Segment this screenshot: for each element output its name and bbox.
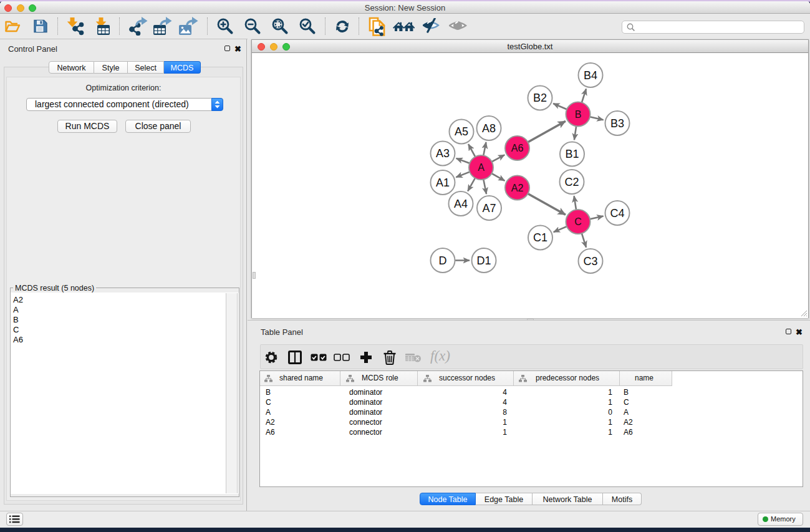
- svg-text:B1: B1: [565, 148, 579, 160]
- svg-text:C4: C4: [610, 207, 624, 220]
- svg-text:A8: A8: [482, 122, 496, 135]
- svg-text:A2: A2: [511, 183, 524, 193]
- svg-text:B3: B3: [610, 117, 624, 130]
- svg-text:A5: A5: [455, 125, 468, 138]
- svg-text:D: D: [439, 254, 447, 267]
- svg-text:A: A: [478, 162, 485, 173]
- svg-text:A6: A6: [511, 143, 524, 153]
- svg-text:B4: B4: [584, 69, 597, 82]
- svg-text:C1: C1: [533, 231, 547, 244]
- svg-text:B2: B2: [533, 92, 547, 104]
- svg-text:A7: A7: [482, 202, 496, 215]
- svg-text:D1: D1: [476, 254, 491, 267]
- svg-text:C: C: [574, 216, 582, 227]
- svg-text:C3: C3: [583, 255, 597, 268]
- svg-text:A1: A1: [436, 177, 450, 189]
- svg-text:B: B: [575, 109, 582, 120]
- svg-text:A4: A4: [454, 198, 468, 210]
- svg-text:C2: C2: [564, 176, 579, 188]
- svg-text:A3: A3: [436, 147, 450, 160]
